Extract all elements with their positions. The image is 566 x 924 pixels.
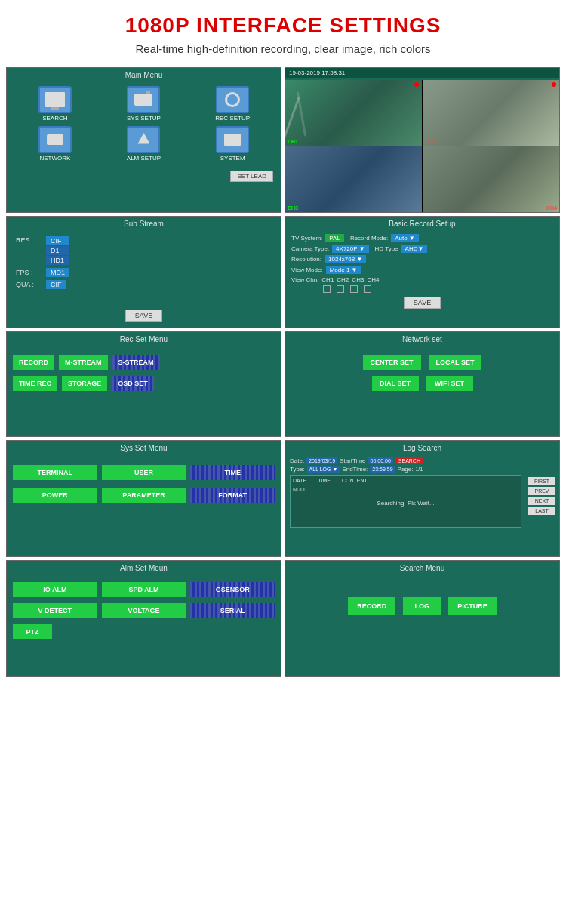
fps-value[interactable]: MD1 [46,268,69,277]
row-3: Rec Set Menu RECORD M-STREAM S-STREAM TI… [6,331,560,437]
serial-button[interactable]: SERIAL [190,603,275,618]
basic-record-panel: Basic Record Setup TV System: PAL Record… [285,216,560,328]
main-menu-panel: Main Menu SEARCH [6,67,281,213]
camera-type-value[interactable]: 4X720P ▼ [332,245,368,253]
camera-type-row: Camera Type: 4X720P ▼ HD Type AHD▼ [291,245,553,253]
set-lead-button[interactable]: SET LEAD [230,171,273,182]
main-menu-title: Main Menu [7,68,281,82]
camera-ch1: CH1 [285,80,422,146]
osd-set-button[interactable]: OSD SET [112,376,154,391]
view-chn-row: View Chn: CH1 CH2 CH3 CH4 [291,276,553,283]
log-col-date: DATE [293,478,306,483]
resolution-row: Resolution: 1024x768 ▼ [291,255,553,263]
view-chn-ch3: CH3 [352,276,364,283]
resolution-value[interactable]: 1024x768 ▼ [325,255,366,263]
power-button[interactable]: POWER [13,488,97,503]
sub-stream-save-button[interactable]: SAVE [125,310,162,322]
ch2-dot [552,82,556,87]
sys-set-menu-title: Sys Set Menu [7,441,281,454]
tv-system-value[interactable]: PAL [325,234,344,242]
log-next-button[interactable]: NEXT [528,497,555,505]
camera-grid: CH1 CH2 CH3 CH4 [285,80,559,212]
network-set-row2: DIAL SET WIFI SET [291,376,553,391]
ptz-button[interactable]: PTZ [13,624,52,639]
log-date-value[interactable]: 2019/03/19 [306,457,337,464]
record-mode-label: Record Mode: [350,235,388,242]
ch4-checkbox[interactable] [364,285,371,293]
network-set-panel: Network set CENTER SET LOCAL SET DIAL SE… [285,331,560,437]
log-searching-text: Searching, Pls Wait... [293,494,518,513]
sub-stream-res-row: RES : CIF D1 HD1 [16,236,272,265]
res-value-d1[interactable]: D1 [46,246,69,255]
search-log-button[interactable]: LOG [403,597,441,615]
record-button[interactable]: RECORD [13,355,54,370]
log-start-time-value[interactable]: 00:00:00 [368,457,393,464]
menu-item-search[interactable]: SEARCH [13,86,97,122]
s-stream-button[interactable]: S-STREAM [112,355,160,370]
sub-stream-fps-row: FPS : MD1 [16,268,272,277]
res-value-hd1[interactable]: HD1 [46,256,69,265]
format-button[interactable]: FORMAT [190,488,275,503]
log-prev-button[interactable]: PREV [528,487,555,495]
network-icon [38,126,72,153]
alm-set-row2: V DETECT VOLTAGE SERIAL [13,603,275,618]
dial-set-button[interactable]: DIAL SET [372,376,419,391]
center-set-button[interactable]: CENTER SET [363,355,421,370]
gsensor-button[interactable]: GSENSOR [190,582,275,597]
ch1-checkbox[interactable] [323,285,331,293]
qua-label: QUA : [16,281,42,288]
v-detect-button[interactable]: V DETECT [13,603,97,618]
network-set-row1: CENTER SET LOCAL SET [291,355,553,370]
hd-type-value[interactable]: AHD▼ [401,245,428,253]
search-picture-button[interactable]: PICTURE [448,597,497,615]
view-mode-label: View Mode: [291,266,323,273]
menu-label-search: SEARCH [42,115,67,122]
search-record-button[interactable]: RECORD [348,597,395,615]
res-value-cif[interactable]: CIF [46,236,69,245]
qua-value[interactable]: CIF [46,280,66,289]
menu-item-system[interactable]: SYSTEM [190,126,275,162]
time-button[interactable]: TIME [190,465,275,480]
basic-record-save-button[interactable]: SAVE [404,297,441,309]
log-type-row: Type: ALL LOG ▼ EndTime: 23:59:59 Page: … [290,466,521,473]
ch2-checkbox[interactable] [337,285,344,293]
wifi-set-button[interactable]: WIFI SET [426,376,473,391]
menu-item-sys-setup[interactable]: SYS SETUP [102,86,186,122]
log-type-value[interactable]: ALL LOG ▼ [307,466,340,473]
parameter-button[interactable]: PARAMETER [102,488,186,503]
user-button[interactable]: USER [102,465,186,480]
terminal-button[interactable]: TERMINAL [13,465,97,480]
storage-button[interactable]: STORAGE [62,376,107,391]
io-alm-button[interactable]: IO ALM [13,582,97,597]
menu-item-rec-setup[interactable]: REC SETUP [190,86,275,122]
log-last-button[interactable]: LAST [528,507,555,515]
voltage-button[interactable]: VOLTAGE [102,603,186,618]
camera-icon [127,86,160,113]
alarm-icon [127,126,160,153]
log-date-row: Date: 2019/03/19 StartTime 00:00:00 SEAR… [290,457,521,464]
alm-set-menu-title: Alm Set Meun [7,561,281,574]
log-first-button[interactable]: FIRST [528,477,555,485]
m-stream-button[interactable]: M-STREAM [59,355,108,370]
log-search-title: Log Search [285,441,559,454]
record-mode-value[interactable]: Auto ▼ [391,234,419,242]
camera-timestamp: 19-03-2019 17:58:31 [285,68,559,78]
menu-item-network[interactable]: NETWORK [13,126,97,162]
ch3-checkbox[interactable] [350,285,358,293]
log-table-area: DATE TIME CONTENT NULL Searching, Pls Wa… [290,475,521,528]
menu-item-alm-setup[interactable]: ALM SETUP [102,126,186,162]
time-rec-button[interactable]: TIME REC [13,376,57,391]
log-search-button[interactable]: SEARCH [395,457,423,464]
menu-label-network: NETWORK [39,155,70,162]
view-chn-ch2: CH2 [337,276,349,283]
spd-alm-button[interactable]: SPD ALM [102,582,186,597]
menu-label-rec-setup: REC SETUP [215,115,250,122]
tv-system-label: TV System: [291,235,322,242]
sub-stream-title: Sub Stream [7,217,281,230]
log-null-row: NULL [293,487,518,492]
log-end-time-value[interactable]: 23:59:59 [370,466,395,473]
log-search-panel: Log Search Date: 2019/03/19 StartTime 00… [285,440,560,557]
local-set-button[interactable]: LOCAL SET [429,355,482,370]
view-mode-value[interactable]: Mode 1 ▼ [326,266,361,274]
camera-type-label: Camera Type: [291,245,329,252]
